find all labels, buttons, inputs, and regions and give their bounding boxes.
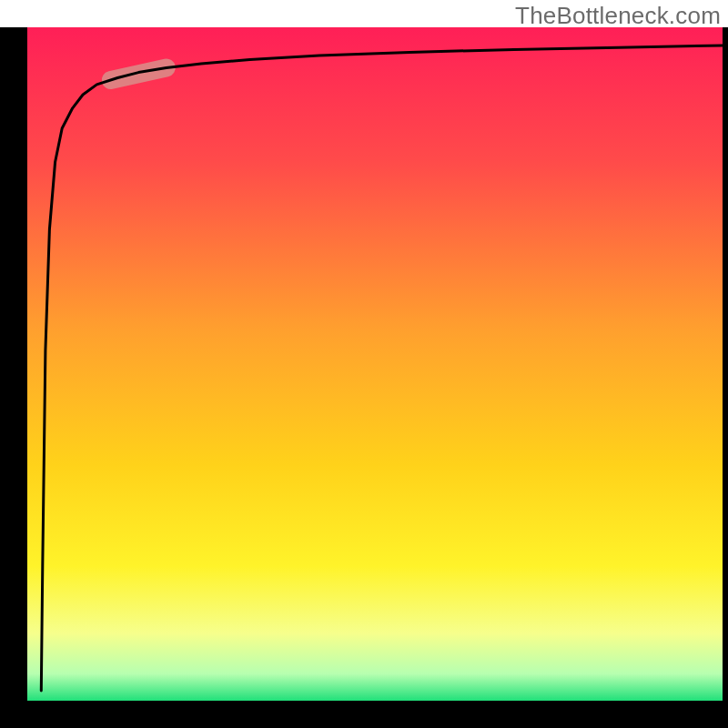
frame-bottom bbox=[0, 701, 728, 728]
chart-stage: TheBottleneck.com bbox=[0, 0, 728, 728]
frame-left bbox=[0, 27, 27, 728]
frame-right bbox=[723, 27, 728, 701]
chart-svg bbox=[0, 0, 728, 728]
plot-background bbox=[27, 27, 723, 701]
watermark-text: TheBottleneck.com bbox=[515, 2, 721, 30]
